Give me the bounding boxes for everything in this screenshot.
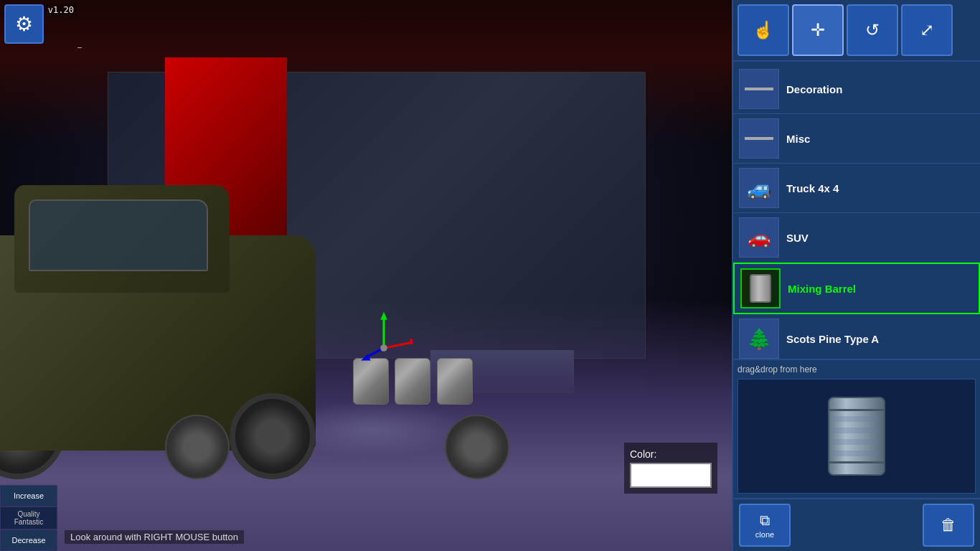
items-list[interactable]: Decoration Misc 🚙 Truck 4x 4 🚗 SUV [733,62,980,359]
mixing-barrel-icon [740,268,781,309]
rotate-icon: ↺ [865,20,880,40]
svg-line-2 [384,342,413,348]
right-panel: ☝ ✛ ↺ ⤢ Decoration Misc [732,0,980,551]
list-item-scots-pine[interactable]: 🌲 Scots Pine Type A [733,314,980,359]
color-panel: Color: [624,443,717,494]
list-item-truck4x4[interactable]: 🚙 Truck 4x 4 [733,164,980,213]
clone-label: clone [755,530,774,539]
move-tool-button[interactable]: ✛ [792,4,844,56]
pointer-icon: ☝ [753,20,774,40]
suv-icon: 🚗 [739,217,779,258]
transform-gizmo [355,311,413,368]
toolbar: ☝ ✛ ↺ ⤢ [733,0,980,62]
color-label: Color: [630,448,712,460]
clone-button[interactable]: ⧉ clone [739,504,791,547]
3d-viewport[interactable]: FPS: 59 v1.20 ⚙ — Color: Look around wit… [0,0,732,551]
scots-pine-label: Scots Pine Type A [786,333,879,345]
tree-icon-glyph: 🌲 [747,327,772,351]
preview-box [738,379,976,494]
move-icon: ✛ [811,20,825,40]
suv-icon-glyph: 🚗 [748,227,771,249]
preview-label: drag&drop from here [738,364,976,375]
bottom-hint: Look around with RIGHT MOUSE button [65,530,244,544]
delete-icon: 🗑 [941,516,956,534]
list-item-suv[interactable]: 🚗 SUV [733,213,980,263]
quality-line2: Fantastic [4,518,54,526]
hud-panel: Increase Quality Fantastic Decrease [0,485,57,551]
svg-point-6 [380,344,387,352]
joystick-right[interactable] [445,415,509,479]
scale-icon: ⤢ [920,20,934,40]
crosshair-indicator: — [77,43,82,51]
truck4x4-icon: 🚙 [739,168,779,208]
scots-pine-icon: 🌲 [739,319,779,359]
clone-icon: ⧉ [760,512,770,529]
list-item-mixing-barrel[interactable]: Mixing Barrel [733,263,980,314]
suv-wheel-front [230,393,316,479]
list-item-misc[interactable]: Misc [733,114,980,164]
color-box[interactable] [630,463,712,488]
delete-button[interactable]: 🗑 [923,504,974,547]
preview-section: drag&drop from here [733,359,980,498]
suv-window [29,199,208,271]
pointer-tool-button[interactable]: ☝ [738,4,789,56]
truck4x4-label: Truck 4x 4 [786,182,839,194]
rotate-tool-button[interactable]: ↺ [847,4,898,56]
suv-label: SUV [786,232,809,244]
list-item-decoration[interactable]: Decoration [733,65,980,114]
quality-indicator: Quality Fantastic [0,507,57,529]
bottom-actions: ⧉ clone 🗑 [733,498,980,551]
preview-barrel [828,397,885,476]
settings-button[interactable]: ⚙ [4,4,44,44]
svg-marker-1 [380,312,387,320]
misc-label: Misc [786,133,810,145]
truck-icon-glyph: 🚙 [747,176,772,200]
quality-line1: Quality [4,510,54,518]
misc-icon [739,118,779,159]
suv-vehicle [0,156,330,479]
decrease-button[interactable]: Decrease [0,529,57,551]
preview-barrel-stripe [833,416,880,456]
increase-button[interactable]: Increase [0,485,57,507]
joystick-left[interactable] [165,415,230,479]
decoration-label: Decoration [786,83,842,95]
misc-icon-line [745,137,773,140]
scale-tool-button[interactable]: ⤢ [901,4,953,56]
barrel-scene-3 [437,358,473,405]
barrel-icon-shape [750,274,771,303]
decoration-icon [739,69,779,109]
mixing-barrel-label: Mixing Barrel [788,283,856,295]
decoration-icon-line [745,88,773,90]
